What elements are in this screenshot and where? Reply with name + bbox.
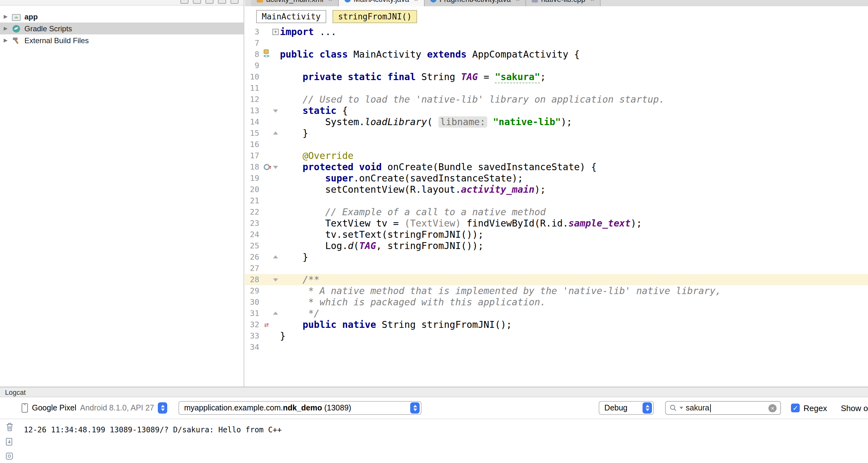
- show-filter-label[interactable]: Show o: [841, 403, 868, 412]
- close-tab-icon[interactable]: ×: [590, 0, 594, 3]
- clear-search-icon[interactable]: ×: [768, 404, 777, 412]
- clear-logcat-trash-icon[interactable]: [5, 422, 13, 432]
- process-dropdown-stepper-icon[interactable]: [410, 402, 420, 414]
- code-line[interactable]: 26 }: [245, 252, 868, 263]
- line-number[interactable]: 12: [245, 94, 261, 105]
- device-selector[interactable]: Google Pixel Android 8.1.0, API 27: [21, 402, 167, 414]
- code-line[interactable]: 3+import ...: [245, 26, 868, 37]
- code-line[interactable]: 34: [245, 342, 868, 353]
- tab-fragmentactivity-java[interactable]: FragmentActivity.java×: [424, 0, 526, 6]
- native-method-marker-icon[interactable]: ⇄: [264, 319, 269, 330]
- line-number[interactable]: 9: [245, 60, 261, 71]
- tab-activity-main-xml[interactable]: activity_main.xml×: [251, 0, 339, 6]
- line-number[interactable]: 7: [245, 37, 261, 49]
- line-number[interactable]: 24: [245, 229, 261, 240]
- code-line[interactable]: 13 static {: [245, 105, 868, 117]
- tree-item-app[interactable]: ▶app: [0, 11, 244, 23]
- class-gutter-icon[interactable]: <>: [264, 49, 269, 60]
- tree-item-external-build-files[interactable]: ▶External Build Files: [0, 34, 244, 46]
- fold-marker-icon[interactable]: [273, 109, 278, 112]
- code-line[interactable]: 31 */: [245, 308, 868, 319]
- search-history-caret-icon[interactable]: [680, 407, 683, 409]
- line-number[interactable]: 32: [245, 319, 261, 330]
- code-line[interactable]: 11: [245, 82, 868, 94]
- fold-marker-icon[interactable]: [273, 255, 278, 258]
- code-line[interactable]: 7: [245, 37, 868, 49]
- line-number[interactable]: 16: [245, 139, 261, 150]
- log-level-stepper-icon[interactable]: [643, 402, 652, 414]
- code-line[interactable]: 23 TextView tv = (TextView) findViewById…: [245, 218, 868, 229]
- line-number[interactable]: 14: [245, 117, 261, 128]
- line-number[interactable]: 3: [245, 26, 261, 37]
- breadcrumb-class[interactable]: MainActivity: [256, 10, 326, 23]
- code-line[interactable]: 27: [245, 263, 868, 274]
- pin-icon[interactable]: [230, 0, 239, 4]
- process-selector[interactable]: myapplication.example.com.ndk_demo (1308…: [179, 401, 422, 415]
- line-number[interactable]: 17: [245, 150, 261, 161]
- collapse-all-icon[interactable]: [206, 0, 214, 4]
- line-number[interactable]: 10: [245, 71, 261, 82]
- logcat-search-input[interactable]: sakura ×: [665, 401, 781, 415]
- code-line[interactable]: 18 protected void onCreate(Bundle savedI…: [245, 161, 868, 173]
- code-line[interactable]: 29 * A native method that is implemented…: [245, 285, 868, 297]
- code-line[interactable]: 15 }: [245, 128, 868, 139]
- code-line[interactable]: 8<>public class MainActivity extends App…: [245, 49, 868, 60]
- code-line[interactable]: 12 // Used to load the 'native-lib' libr…: [245, 94, 868, 105]
- expand-fold-icon[interactable]: +: [272, 29, 279, 35]
- code-line[interactable]: 25 Log.d(TAG, stringFromJNI());: [245, 240, 868, 252]
- line-number[interactable]: 21: [245, 195, 261, 206]
- expand-chevron-icon[interactable]: ▶: [0, 26, 11, 31]
- regex-checkbox[interactable]: ✓: [791, 403, 800, 412]
- log-level-selector[interactable]: Debug: [599, 401, 654, 415]
- device-dropdown-stepper-icon[interactable]: [158, 402, 167, 414]
- code-line[interactable]: 28 /**: [245, 274, 868, 285]
- expand-chevron-icon[interactable]: ▶: [0, 37, 11, 43]
- sync-icon[interactable]: [180, 0, 188, 4]
- tree-item-gradle-scripts[interactable]: ▶Gradle Scripts: [0, 23, 244, 34]
- tab-mainactivity-java[interactable]: MainActivity.java×: [339, 0, 425, 6]
- code-line[interactable]: 21: [245, 195, 868, 206]
- code-line[interactable]: 24 tv.setText(stringFromJNI());: [245, 229, 868, 240]
- code-line[interactable]: 32⇄ public native String stringFromJNI()…: [245, 319, 868, 330]
- export-log-icon[interactable]: [5, 437, 14, 446]
- logcat-output[interactable]: 12-26 11:34:48.199 13089-13089/? D/sakur…: [0, 419, 868, 463]
- line-number[interactable]: 18: [245, 161, 261, 173]
- line-number[interactable]: 29: [245, 285, 261, 297]
- log-entry[interactable]: 12-26 11:34:48.199 13089-13089/? D/sakur…: [24, 426, 282, 434]
- line-number[interactable]: 34: [245, 342, 261, 353]
- line-number[interactable]: 22: [245, 206, 261, 218]
- line-number[interactable]: 23: [245, 218, 261, 229]
- settings-icon[interactable]: [218, 0, 226, 4]
- code-line[interactable]: 17 @Override: [245, 150, 868, 161]
- fold-marker-icon[interactable]: [273, 131, 278, 134]
- line-number[interactable]: 13: [245, 105, 261, 117]
- breadcrumb-method[interactable]: stringFromJNI(): [333, 10, 417, 23]
- close-tab-icon[interactable]: ×: [516, 0, 520, 3]
- fold-marker-icon[interactable]: [273, 311, 278, 315]
- close-tab-icon[interactable]: ×: [414, 0, 418, 3]
- line-number[interactable]: 31: [245, 308, 261, 319]
- line-number[interactable]: 28: [245, 274, 261, 285]
- navigate-icon[interactable]: [193, 0, 201, 4]
- settings-log-icon[interactable]: [5, 452, 14, 461]
- fold-marker-icon[interactable]: [273, 166, 278, 169]
- code-line[interactable]: 14 System.loadLibrary( libname: "native-…: [245, 117, 868, 128]
- line-number[interactable]: 26: [245, 252, 261, 263]
- line-number[interactable]: 30: [245, 297, 261, 308]
- line-number[interactable]: 27: [245, 263, 261, 274]
- line-number[interactable]: 15: [245, 128, 261, 139]
- code-line[interactable]: 30 * which is packaged with this applica…: [245, 297, 868, 308]
- close-tab-icon[interactable]: ×: [329, 0, 333, 3]
- line-number[interactable]: 25: [245, 240, 261, 252]
- code-line[interactable]: 16: [245, 139, 868, 150]
- code-line[interactable]: 9: [245, 60, 868, 71]
- code-line[interactable]: 20 setContentView(R.layout.activity_main…: [245, 184, 868, 195]
- fold-marker-icon[interactable]: [273, 278, 278, 282]
- tab-native-lib-cpp[interactable]: native-lib.cpp×: [526, 0, 600, 6]
- line-number[interactable]: 20: [245, 184, 261, 195]
- code-line[interactable]: 19 super.onCreate(savedInstanceState);: [245, 173, 868, 184]
- override-marker-icon[interactable]: [264, 164, 270, 170]
- line-number[interactable]: 33: [245, 330, 261, 342]
- code-line[interactable]: 33}: [245, 330, 868, 342]
- line-number[interactable]: 19: [245, 173, 261, 184]
